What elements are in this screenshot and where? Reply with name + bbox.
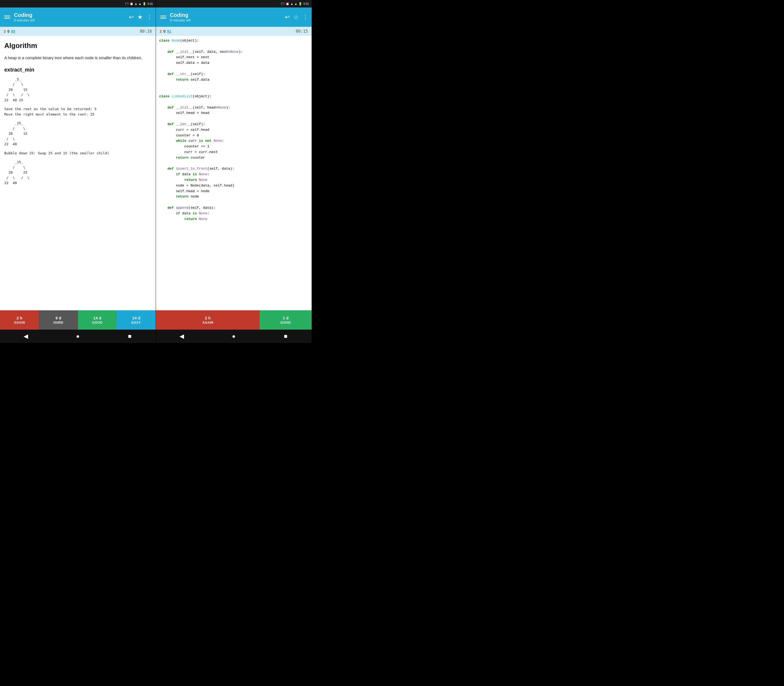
again-button-left[interactable]: 2 h AGAIN — [0, 310, 39, 330]
content-area-left: Algorithm A heap is a complete binary tr… — [0, 36, 156, 310]
good-time-right: 1 d — [283, 316, 289, 320]
app-subtitle-right: 0 minutes left — [170, 18, 282, 22]
top-actions-right: ↩ ☆ ⋮ — [285, 14, 309, 21]
more-button-right[interactable]: ⋮ — [302, 14, 309, 21]
wifi-icon: ▲ — [134, 2, 137, 5]
battery-icon-right: 🔋 — [299, 2, 302, 6]
hard-time-left: 9 d — [56, 316, 61, 320]
vibrate-icon: 📳 — [125, 2, 129, 6]
undo-button-left[interactable]: ↩ — [129, 14, 134, 21]
star-button-left[interactable]: ★ — [137, 14, 143, 21]
easy-button-left[interactable]: 14 d EASY — [117, 310, 156, 330]
score-dark-left: 0 — [8, 29, 10, 34]
alarm-icon: ⏰ — [130, 2, 134, 6]
again-label-right: AGAIN — [202, 321, 213, 325]
home-button-right[interactable]: ● — [228, 331, 239, 341]
score-link-right[interactable]: 91 — [167, 29, 172, 34]
top-bar-left: Coding 0 minutes left ↩ ★ ⋮ — [0, 8, 156, 27]
nav-bar-right: ◀ ● ■ — [156, 330, 312, 343]
good-label-left: GOOD — [92, 321, 103, 325]
score-bar-right: 2 0 91 00:15 — [156, 27, 312, 36]
app-title-left: Coding — [14, 12, 126, 18]
title-block-right: Coding 0 minutes left — [170, 12, 282, 22]
tree1: _5_ / \ 20 15 / \ / \ 22 40 25 — [4, 77, 151, 103]
signal-icon: ▲ — [139, 2, 142, 5]
tree3: _15_ / \ 20 25 / \ / \ 22 40 — [4, 159, 151, 186]
score-red-right: 2 — [160, 29, 162, 34]
vibrate-icon-right: 📳 — [281, 2, 284, 6]
score-bar-left: 2 0 85 00:16 — [0, 27, 156, 36]
good-button-left[interactable]: 14 d GOOD — [78, 310, 117, 330]
back-button-right[interactable]: ◀ — [176, 331, 187, 341]
good-time-left: 14 d — [93, 316, 101, 320]
score-time-right: 00:15 — [296, 29, 308, 34]
signal-icon-right: ▲ — [294, 2, 297, 5]
wifi-icon-right: ▲ — [291, 2, 293, 5]
footer-buttons-left: 2 h AGAIN 9 d HARD 14 d GOOD 14 d EASY — [0, 310, 156, 330]
app-subtitle-left: 0 minutes left — [14, 18, 126, 22]
easy-label-left: EASY — [132, 321, 141, 325]
status-time-right: 3:31 — [303, 2, 309, 5]
alarm-icon-right: ⏰ — [286, 2, 289, 6]
desc2: Bubble down 25: Swap 25 and 15 (the smal… — [4, 150, 151, 156]
easy-time-left: 14 d — [132, 316, 140, 320]
hard-button-left[interactable]: 9 d HARD — [39, 310, 78, 330]
status-bar-left: 📳 ⏰ ▲ ▲ 🔋 3:31 — [0, 0, 156, 8]
recents-button-right[interactable]: ■ — [280, 331, 291, 341]
good-label-right: GOOD — [281, 321, 291, 325]
title-block-left: Coding 0 minutes left — [14, 12, 126, 22]
score-red-left: 2 — [4, 29, 6, 34]
nav-bar-left: ◀ ● ■ — [0, 330, 156, 343]
menu-button-left[interactable] — [3, 15, 11, 20]
undo-button-right[interactable]: ↩ — [285, 14, 290, 21]
score-nums-left: 2 0 85 — [4, 29, 15, 34]
content-description: A heap is a complete binary tree where e… — [4, 55, 151, 61]
score-time-left: 00:16 — [140, 29, 152, 34]
recents-button-left[interactable]: ■ — [124, 331, 135, 341]
code-block: class Node(object): def __init__(self, d… — [159, 38, 309, 222]
footer-buttons-right: 2 h AGAIN 1 d GOOD — [156, 310, 312, 330]
star-button-right[interactable]: ☆ — [293, 14, 299, 21]
content-heading: Algorithm — [4, 40, 151, 51]
again-time-left: 2 h — [16, 316, 23, 320]
hard-label-left: HARD — [54, 321, 64, 325]
status-time: 3:31 — [147, 2, 153, 5]
app-title-right: Coding — [170, 12, 282, 18]
code-content-right: class Node(object): def __init__(self, d… — [156, 36, 312, 310]
again-label-left: AGAIN — [14, 321, 25, 325]
again-time-right: 2 h — [205, 316, 211, 320]
battery-icon: 🔋 — [142, 2, 146, 6]
desc1: Save the root as the value to be returne… — [4, 106, 151, 117]
score-dark-right: 0 — [163, 29, 166, 34]
content-subheading: extract_min — [4, 65, 151, 74]
score-link-left[interactable]: 85 — [11, 29, 16, 34]
more-button-left[interactable]: ⋮ — [147, 14, 152, 21]
good-button-right[interactable]: 1 d GOOD — [260, 310, 312, 330]
score-nums-right: 2 0 91 — [160, 29, 171, 34]
top-bar-right: Coding 0 minutes left ↩ ☆ ⋮ — [156, 8, 312, 27]
tree2: _25_ / \ 20 15 / \ 22 40 — [4, 121, 151, 147]
home-button-left[interactable]: ● — [72, 331, 83, 341]
back-button-left[interactable]: ◀ — [21, 331, 31, 341]
again-button-right[interactable]: 2 h AGAIN — [156, 310, 260, 330]
status-bar-right: 📳 ⏰ ▲ ▲ 🔋 3:31 — [156, 0, 312, 8]
left-panel: 📳 ⏰ ▲ ▲ 🔋 3:31 Coding 0 minutes left ↩ ★… — [0, 0, 156, 343]
menu-button-right[interactable] — [159, 15, 167, 20]
top-actions-left: ↩ ★ ⋮ — [129, 14, 152, 21]
right-panel: 📳 ⏰ ▲ ▲ 🔋 3:31 Coding 0 minutes left ↩ ☆… — [156, 0, 312, 343]
